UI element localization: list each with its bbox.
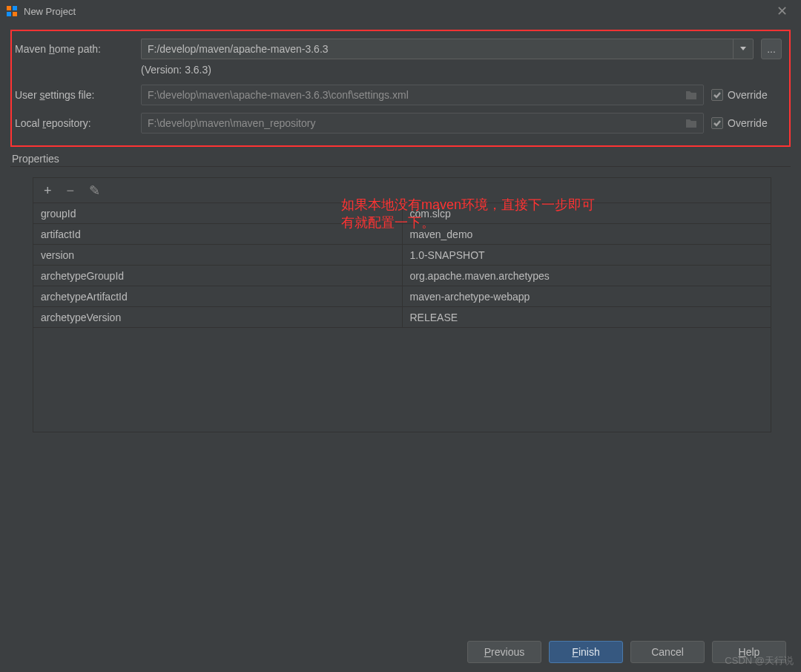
cancel-button[interactable]: Cancel [630, 641, 705, 663]
finish-button[interactable]: Finish [549, 641, 623, 663]
local-repo-override[interactable]: Override [711, 117, 782, 129]
watermark: CSDN @天行说 [725, 654, 794, 668]
add-icon[interactable]: + [44, 184, 52, 197]
remove-icon[interactable]: − [67, 184, 75, 197]
user-settings-override[interactable]: Override [711, 89, 782, 101]
svg-rect-0 [7, 6, 11, 10]
maven-home-dropdown[interactable] [733, 39, 754, 59]
checkbox-checked-icon [711, 89, 723, 101]
table-row[interactable]: artifactIdmaven_demo [33, 224, 771, 245]
user-settings-label: User settings file: [15, 89, 134, 101]
properties-header: Properties [12, 153, 791, 165]
close-icon[interactable]: ✕ [769, 3, 795, 19]
previous-button[interactable]: Previous [467, 641, 541, 663]
user-settings-input[interactable]: F:\develop\maven\apache-maven-3.6.3\conf… [141, 85, 704, 105]
maven-home-input[interactable]: F:/develop/maven/apache-maven-3.6.3 [141, 39, 734, 59]
properties-table: groupIdcom.slcp artifactIdmaven_demo ver… [33, 203, 771, 432]
maven-version-text: (Version: 3.6.3) [141, 64, 782, 76]
maven-home-label: Maven home path: [15, 43, 134, 55]
separator [10, 166, 791, 167]
edit-icon[interactable]: ✎ [89, 184, 100, 197]
properties-toolbar: + − ✎ [33, 178, 771, 203]
local-repo-label: Local repository: [15, 117, 134, 129]
window-title: New Project [24, 6, 769, 17]
highlighted-maven-settings: Maven home path: F:/develop/maven/apache… [10, 30, 791, 147]
table-row[interactable]: archetypeArtifactIdmaven-archetype-webap… [33, 286, 771, 307]
table-row[interactable]: version1.0-SNAPSHOT [33, 245, 771, 266]
folder-icon[interactable] [685, 118, 697, 128]
local-repo-input[interactable]: F:\develop\maven\maven_repository [141, 113, 704, 134]
checkbox-checked-icon [711, 117, 723, 129]
table-row[interactable]: archetypeVersionRELEASE [33, 307, 771, 328]
svg-rect-2 [7, 12, 11, 16]
properties-panel: + − ✎ groupIdcom.slcp artifactIdmaven_de… [33, 177, 771, 432]
titlebar: New Project ✕ [0, 0, 801, 22]
svg-rect-1 [13, 6, 17, 10]
folder-icon[interactable] [685, 90, 697, 100]
table-row[interactable]: groupIdcom.slcp [33, 203, 771, 224]
app-icon [6, 5, 18, 17]
table-row[interactable]: archetypeGroupIdorg.apache.maven.archety… [33, 266, 771, 286]
svg-rect-3 [13, 12, 17, 16]
maven-home-browse-button[interactable]: ... [761, 39, 782, 59]
